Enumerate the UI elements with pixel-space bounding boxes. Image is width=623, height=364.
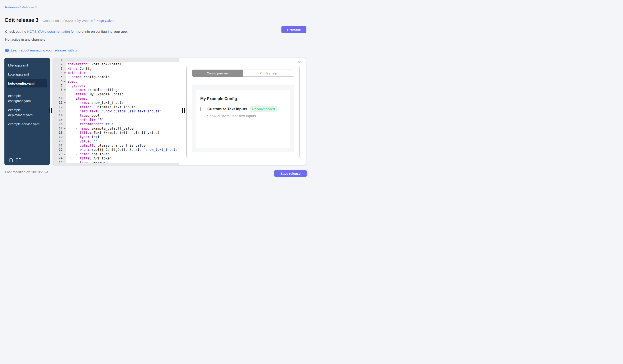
code-line-8: - name: example_settings: [68, 88, 179, 92]
title-row: Edit release 3 Created on 10/10/2024 by …: [5, 17, 115, 23]
author-link[interactable]: Paige Calvert: [95, 19, 115, 22]
docs-line-prefix: Check out the: [5, 30, 26, 33]
git-link[interactable]: Learn about managing your releases with …: [11, 48, 78, 52]
customize-text-inputs-checkbox[interactable]: [200, 107, 204, 111]
code-line-18: title: Text Example (with default value): [68, 131, 179, 135]
tab-config-help[interactable]: Config help: [243, 70, 294, 77]
editor-horizontal-scrollbar[interactable]: [53, 163, 179, 165]
code-line-3: kind: Config: [68, 67, 179, 71]
new-folder-icon[interactable]: [16, 157, 22, 162]
sidebar-item-example-configmap-yaml[interactable]: example-configmap.yaml: [7, 91, 43, 105]
gutter-line-24: 24: [53, 156, 66, 160]
new-file-icon[interactable]: [8, 157, 13, 162]
tab-config-preview[interactable]: Config preview: [192, 70, 243, 77]
sidebar-item-kots-app-yaml[interactable]: kots-app.yaml: [7, 70, 43, 79]
code-line-10: items:: [68, 97, 179, 101]
created-text: Created on 10/10/2024 by Web UI / Paige …: [43, 19, 115, 22]
preview-content-area: My Example Config Customize Text Inputs …: [192, 85, 294, 152]
breadcrumb-link-releases[interactable]: Releases: [5, 5, 19, 9]
config-card: My Example Config Customize Text Inputs …: [196, 90, 290, 148]
code-line-7: groups:: [68, 84, 179, 88]
gutter-line-20: 20: [53, 139, 66, 143]
docs-line: Check out the KOTS YAML documentation fo…: [5, 30, 128, 34]
config-group-title: My Example Config: [200, 97, 290, 101]
code-line-20: value: "": [68, 139, 179, 143]
gutter-line-1: 1: [53, 58, 66, 62]
code-line-22: when: repl{{ ConfigOptionEquals "show_te…: [68, 148, 179, 152]
code-line-5: name: config-sample: [68, 75, 179, 79]
code-line-23: - name: api_token: [68, 152, 179, 156]
docs-link[interactable]: KOTS YAML documentation: [27, 30, 70, 33]
gutter-line-6: 6: [53, 79, 66, 83]
recommended-badge: Recommended: [250, 106, 277, 112]
breadcrumb-separator: /: [20, 5, 21, 9]
promote-button[interactable]: Promote: [281, 26, 306, 33]
config-item-title: Customize Text Inputs: [207, 107, 247, 111]
sidebar-resize-handle[interactable]: [49, 108, 53, 113]
help-icon[interactable]: ?: [5, 49, 9, 52]
docs-line-suffix: for more info on configuring your app.: [71, 30, 128, 33]
gutter-line-3: 3: [53, 66, 66, 71]
yaml-code-editor[interactable]: 1234567891011121314151617181920212223242…: [53, 58, 179, 165]
breadcrumb-current: Release 3: [22, 5, 37, 9]
editor-gutter: 1234567891011121314151617181920212223242…: [53, 58, 66, 165]
config-item-help-text: Show custom user text inputs: [207, 114, 290, 118]
sidebar-item-k8s-app-yaml[interactable]: k8s-app.yaml: [7, 61, 43, 70]
gutter-line-18: 18: [53, 131, 66, 135]
release-editor-card: 1234567891011121314151617181920212223242…: [53, 58, 306, 165]
code-line-19: type: text: [68, 135, 179, 139]
config-preview-panel: Config previewConfig help My Example Con…: [186, 66, 300, 158]
code-line-15: default: "0": [68, 118, 179, 122]
gutter-line-7: 7: [53, 83, 66, 88]
page-title: Edit release 3: [5, 17, 39, 23]
file-list: k8s-app.yamlkots-app.yamlkots-config.yam…: [7, 61, 47, 129]
fold-arrow-icon[interactable]: [64, 81, 66, 82]
sidebar-item-kots-config-yaml[interactable]: kots-config.yaml: [7, 79, 47, 87]
gutter-line-19: 19: [53, 135, 66, 139]
code-line-14: type: bool: [68, 114, 179, 118]
fold-arrow-icon[interactable]: [64, 128, 66, 129]
last-modified-text: Last modified on 10/10/2024: [5, 170, 48, 174]
gutter-line-2: 2: [53, 62, 66, 66]
code-line-11: - name: show_text_inputs: [68, 101, 179, 105]
gutter-line-10: 10: [53, 96, 66, 101]
editor-cursor: [68, 59, 68, 62]
gutter-line-16: 16: [53, 122, 66, 126]
code-line-2: apiVersion: kots.io/v1beta1: [68, 62, 179, 66]
sidebar-item-example-deployment-yaml[interactable]: example-deployment.yaml: [7, 105, 43, 120]
preview-tabbar: Config previewConfig help: [192, 70, 294, 77]
breadcrumb: Releases / Release 3: [5, 5, 37, 9]
fold-arrow-icon[interactable]: [64, 89, 66, 91]
gutter-line-17: 17: [53, 126, 66, 131]
gutter-line-4: 4: [53, 71, 66, 75]
code-line-16: recommended: true: [68, 122, 179, 126]
gutter-line-21: 21: [53, 143, 66, 147]
gutter-line-22: 22: [53, 147, 66, 152]
channel-status: Not active in any channels: [5, 38, 45, 41]
code-line-9: title: My Example Config: [68, 92, 179, 97]
gutter-line-9: 9: [53, 92, 66, 96]
code-line-17: - name: example_default_value: [68, 127, 179, 131]
sidebar-footer-divider: [7, 155, 47, 155]
fold-arrow-icon[interactable]: [64, 154, 66, 155]
file-tree-sidebar: k8s-app.yamlkots-app.yamlkots-config.yam…: [4, 58, 50, 165]
preview-resize-handle[interactable]: [182, 108, 186, 113]
sidebar-divider: [7, 89, 47, 89]
gutter-line-14: 14: [53, 113, 66, 118]
git-help-line: ? Learn about managing your releases wit…: [5, 48, 78, 52]
fold-arrow-icon[interactable]: [64, 72, 66, 74]
code-line-13: help_text: "Show custom user text inputs…: [68, 109, 179, 114]
code-line-21: default: please change this value: [68, 143, 179, 148]
config-item-row: Customize Text Inputs Recommended: [200, 106, 290, 112]
code-line-1: ---: [68, 58, 179, 62]
save-release-button[interactable]: Save release: [274, 170, 307, 177]
sidebar-item-example-service-yaml[interactable]: example-service.yaml: [7, 120, 43, 129]
code-line-4: metadata:: [68, 71, 179, 75]
close-icon[interactable]: ✕: [297, 59, 301, 65]
gutter-line-12: 12: [53, 105, 66, 109]
gutter-line-8: 8: [53, 88, 66, 92]
code-line-24: title: API token: [68, 156, 179, 161]
fold-arrow-icon[interactable]: [64, 102, 66, 103]
gutter-line-13: 13: [53, 109, 66, 113]
gutter-line-11: 11: [53, 101, 66, 105]
